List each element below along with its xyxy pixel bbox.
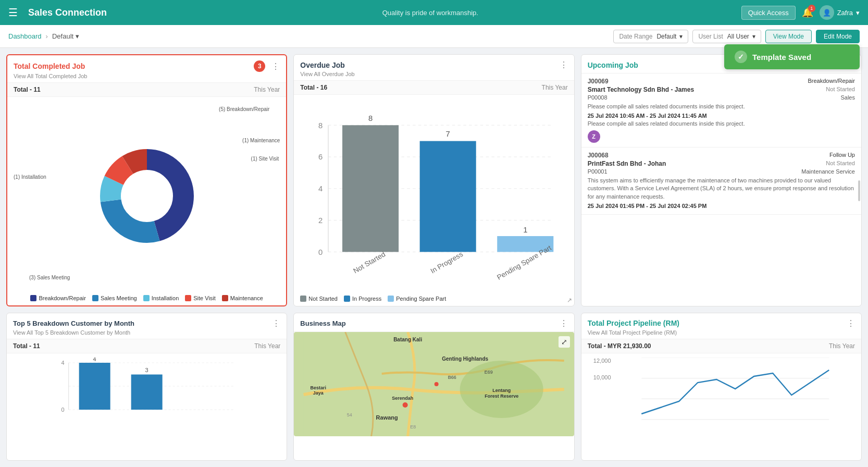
upcoming-status-1: Not Started [826, 86, 855, 93]
map-expand-button[interactable]: ⤢ [559, 336, 570, 348]
top5-bar-chart: 4 0 4 3 [13, 358, 280, 420]
user-list-filter[interactable]: User List All User ▾ [692, 30, 761, 43]
upcoming-job-id-1: J00069 [588, 78, 609, 85]
total-completed-total: Total - 11 [14, 86, 41, 93]
template-saved-message: Template Saved [752, 53, 811, 62]
scrollbar[interactable] [858, 180, 860, 201]
top5-breakdown-body: 4 0 4 3 [7, 353, 287, 460]
overdue-job-menu-button[interactable]: ⋮ [560, 60, 568, 70]
upcoming-job-card: Upcoming Job ⋮ J00069 Breakdown/Repair S… [581, 54, 862, 306]
top5-breakdown-subtitle: View All Top 5 Breakdown Customer by Mon… [13, 329, 280, 336]
upcoming-datetime-desc-1: Please compile all sales related documen… [588, 120, 855, 128]
legend-label-breakdown: Breakdown/Repair [39, 295, 86, 301]
upcoming-item-1: J00069 Breakdown/Repair Smart Technology… [581, 73, 861, 148]
total-completed-menu-button[interactable]: ⋮ [271, 62, 280, 71]
svg-point-39 [403, 402, 408, 408]
overdue-job-title: Overdue Job [300, 61, 345, 69]
upcoming-desc-2: This system aims to efficiently manage t… [588, 177, 855, 201]
top5-breakdown-header: Top 5 Breakdown Customer by Month ⋮ View… [7, 313, 287, 339]
pipeline-y-12k: 12,000 [588, 358, 611, 364]
user-avatar-icon: 👤 [820, 5, 834, 20]
svg-text:B66: B66 [448, 375, 456, 380]
top5-breakdown-title: Top 5 Breakdown Customer by Month [13, 319, 134, 327]
notification-bell[interactable]: 🔔 1 [802, 7, 813, 18]
donut-legend: Breakdown/Repair Sales Meeting Installat… [30, 295, 263, 301]
legend-color-breakdown [30, 295, 36, 301]
svg-text:0: 0 [61, 407, 65, 413]
date-range-chevron-icon: ▾ [679, 33, 683, 40]
total-pipeline-period: This Year [829, 342, 855, 350]
edit-mode-button[interactable]: Edit Mode [816, 30, 860, 43]
hamburger-icon[interactable]: ☰ [8, 6, 18, 19]
breadcrumb-separator: › [46, 32, 48, 40]
svg-text:Genting Highlands: Genting Highlands [442, 356, 489, 362]
user-list-chevron-icon: ▾ [752, 33, 755, 40]
overdue-job-subtitle: View All Overdue Job [300, 71, 567, 77]
subbar-right: Date Range Default ▾ User List All User … [613, 30, 860, 43]
date-range-filter[interactable]: Date Range Default ▾ [613, 30, 688, 43]
pipeline-y-10k: 10,000 [588, 374, 611, 380]
svg-text:4: 4 [93, 358, 96, 362]
svg-text:2: 2 [318, 216, 323, 225]
dashboard-link[interactable]: Dashboard [8, 32, 42, 40]
business-map-title: Business Map [300, 319, 345, 327]
business-map-card: Business Map ⋮ Batang Kali [293, 313, 574, 461]
svg-text:Lentang: Lentang [492, 388, 511, 393]
date-range-value: Default [656, 33, 676, 40]
bar-legend-label-in-progress: In Progress [352, 296, 381, 302]
total-completed-card: Total Completed Job 3 ⋮ View All Total C… [6, 54, 287, 306]
upcoming-company-1: Smart Technology Sdn Bhd - James [588, 86, 694, 93]
svg-text:4: 4 [61, 360, 65, 366]
template-saved-notification: ✓ Template Saved [724, 44, 860, 69]
topnav: ☰ Sales Connection Quality is pride of w… [0, 0, 868, 25]
svg-text:Bestari: Bestari [311, 385, 327, 390]
user-menu[interactable]: 👤 Zafra ▾ [820, 5, 860, 20]
total-pipeline-total: Total - MYR 21,930.00 [588, 342, 651, 350]
legend-color-maintenance [222, 295, 228, 301]
svg-text:8: 8 [318, 121, 323, 130]
app-title: Sales Connection [28, 7, 107, 18]
upcoming-job-title: Upcoming Job [588, 61, 638, 69]
notification-badge: 1 [808, 5, 815, 12]
svg-text:Jaya: Jaya [313, 390, 324, 396]
donut-label-salesmeeting: (3) Sales Meeting [29, 275, 70, 280]
donut-label-installation: (1) Installation [14, 174, 46, 180]
total-pipeline-menu-button[interactable]: ⋮ [847, 318, 855, 328]
legend-label-installation: Installation [152, 295, 179, 301]
svg-text:E8: E8 [410, 424, 416, 429]
donut-center [122, 171, 172, 221]
user-list-value: All User [727, 33, 749, 40]
upcoming-job-id-2: J00068 [588, 152, 609, 159]
default-dropdown[interactable]: Default ▾ [52, 32, 79, 40]
business-map-menu-button[interactable]: ⋮ [560, 318, 568, 328]
top5-breakdown-stats: Total - 11 This Year [7, 339, 287, 353]
total-completed-title: Total Completed Job [14, 62, 85, 70]
donut-chart-svg [95, 144, 199, 248]
svg-text:0: 0 [318, 248, 323, 256]
quick-access-button[interactable]: Quick Access [741, 6, 796, 20]
overdue-job-period: This Year [542, 84, 568, 91]
bar-legend-color-in-progress [344, 296, 350, 302]
overdue-job-header: Overdue Job ⋮ View All Overdue Job [294, 55, 574, 81]
default-chevron-icon: ▾ [76, 32, 79, 40]
map-area: Batang Kali Genting Highlands B66 E69 Be… [294, 332, 574, 436]
legend-label-sitevisit: Site Visit [193, 295, 216, 301]
overdue-job-body: 8 6 4 2 0 8 7 1 Not Started [294, 95, 574, 306]
upcoming-datetime-2: 25 Jul 2024 01:45 PM - 25 Jul 2024 02:45… [588, 203, 855, 209]
bar-legend-label-not-started: Not Started [308, 296, 338, 302]
svg-text:Forest Reserve: Forest Reserve [485, 394, 518, 399]
upcoming-company-2: PrintFast Sdn Bhd - Johan [588, 160, 666, 167]
resize-handle[interactable]: ↗ [567, 297, 572, 304]
total-pipeline-subtitle: View All Total Project Pipeline (RM) [588, 329, 855, 336]
view-mode-button[interactable]: View Mode [765, 30, 812, 43]
svg-text:7: 7 [446, 130, 450, 138]
pipeline-polyline [641, 370, 829, 414]
bar-legend-pending: Pending Spare Part [388, 296, 446, 302]
total-pipeline-header: Total Project Pipeline (RM) ⋮ View All T… [581, 313, 861, 339]
svg-text:54: 54 [347, 412, 352, 417]
svg-text:E69: E69 [485, 370, 493, 375]
top5-breakdown-menu-button[interactable]: ⋮ [272, 318, 280, 328]
total-pipeline-body: 12,000 10,000 [581, 353, 861, 460]
svg-text:In Progress: In Progress [429, 250, 464, 275]
business-map-body: Batang Kali Genting Highlands B66 E69 Be… [294, 332, 574, 460]
